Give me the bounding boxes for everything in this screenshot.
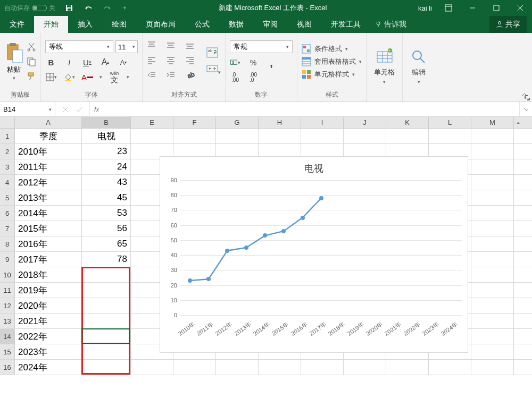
cell[interactable] xyxy=(429,360,471,375)
decrease-font-icon[interactable]: A▾ xyxy=(118,56,129,68)
user-name[interactable]: kai li xyxy=(418,4,432,12)
tab-page-layout[interactable]: 页面布局 xyxy=(136,16,185,33)
cell[interactable] xyxy=(259,360,301,375)
number-format-dropdown[interactable]: 常规▾ xyxy=(230,40,293,53)
cell[interactable] xyxy=(471,190,514,205)
cell[interactable]: 53 xyxy=(82,206,131,221)
increase-indent-icon[interactable] xyxy=(166,70,180,83)
underline-button[interactable]: U ▾ xyxy=(81,56,93,68)
cell[interactable] xyxy=(82,360,131,375)
column-header-J[interactable]: J xyxy=(344,117,386,128)
cell[interactable] xyxy=(429,129,471,143)
row-header[interactable]: 9 xyxy=(0,252,15,267)
cell[interactable] xyxy=(471,283,514,298)
cell[interactable] xyxy=(301,360,344,375)
cell[interactable]: 23 xyxy=(82,144,131,159)
percent-icon[interactable]: % xyxy=(248,57,259,68)
row-header[interactable]: 10 xyxy=(0,267,15,282)
cell[interactable] xyxy=(344,360,386,375)
tab-developer[interactable]: 开发工具 xyxy=(321,16,370,33)
row-header[interactable]: 15 xyxy=(0,344,15,359)
cell[interactable] xyxy=(82,267,131,282)
cell[interactable] xyxy=(471,314,514,328)
autosave-toggle[interactable]: 自动保存 关 xyxy=(4,4,55,13)
format-painter-icon[interactable] xyxy=(27,72,36,81)
maximize-icon[interactable] xyxy=(484,0,508,16)
cell[interactable] xyxy=(259,129,301,143)
cell[interactable] xyxy=(216,129,259,143)
cell[interactable]: 45 xyxy=(82,190,131,205)
cell[interactable]: 2014年 xyxy=(15,206,82,221)
tab-draw[interactable]: 绘图 xyxy=(102,16,136,33)
editing-button[interactable]: 编辑 ▾ xyxy=(407,48,430,84)
cell[interactable] xyxy=(471,360,514,375)
align-center-icon[interactable] xyxy=(166,55,180,68)
column-header-L[interactable]: L xyxy=(429,117,471,128)
font-name-dropdown[interactable]: 等线▾ xyxy=(45,40,113,53)
cell[interactable] xyxy=(471,221,514,236)
row-header[interactable]: 11 xyxy=(0,283,15,298)
column-header-B[interactable]: B xyxy=(82,117,131,128)
align-left-icon[interactable] xyxy=(147,55,161,68)
cell[interactable]: 2015年 xyxy=(15,221,82,236)
cell[interactable]: 2013年 xyxy=(15,190,82,205)
cell[interactable] xyxy=(82,298,131,313)
cell[interactable] xyxy=(471,236,514,251)
fill-color-icon[interactable]: ▾ xyxy=(63,71,75,83)
cell[interactable]: 2021年 xyxy=(15,314,82,328)
phonetic-icon[interactable]: wén文 xyxy=(109,71,120,83)
cell[interactable]: 2024年 xyxy=(15,360,82,375)
cell[interactable] xyxy=(82,329,131,344)
cell[interactable] xyxy=(471,159,514,174)
cell[interactable] xyxy=(471,344,514,359)
fx-icon[interactable]: fx xyxy=(90,102,103,116)
align-middle-icon[interactable] xyxy=(166,40,180,53)
tell-me-search[interactable]: 告诉我 xyxy=(375,16,406,33)
row-header[interactable]: 12 xyxy=(0,298,15,313)
cell[interactable] xyxy=(82,283,131,298)
row-header[interactable]: 3 xyxy=(0,159,15,174)
cell[interactable]: 2018年 xyxy=(15,267,82,282)
cell[interactable]: 电视 xyxy=(82,129,131,143)
cell[interactable] xyxy=(344,129,386,143)
align-right-icon[interactable] xyxy=(185,55,199,68)
tab-review[interactable]: 审阅 xyxy=(253,16,287,33)
accounting-format-icon[interactable]: $▾ xyxy=(230,57,240,68)
row-header[interactable]: 7 xyxy=(0,221,15,236)
align-top-icon[interactable] xyxy=(147,40,161,53)
increase-font-icon[interactable]: A▴ xyxy=(99,56,111,68)
cell[interactable] xyxy=(82,344,131,359)
cell[interactable] xyxy=(471,252,514,267)
redo-icon[interactable] xyxy=(103,4,112,12)
enter-formula-icon[interactable] xyxy=(76,106,83,113)
format-as-table-button[interactable]: 套用表格格式▾ xyxy=(302,57,362,66)
cell[interactable]: 2012年 xyxy=(15,175,82,190)
ribbon-display-icon[interactable] xyxy=(436,0,460,16)
column-header-G[interactable]: G xyxy=(216,117,259,128)
column-header-A[interactable]: A xyxy=(15,117,82,128)
row-header[interactable]: 8 xyxy=(0,236,15,251)
cell[interactable] xyxy=(471,329,514,344)
scroll-up-icon[interactable] xyxy=(516,120,521,125)
italic-button[interactable]: I xyxy=(63,56,75,68)
comma-icon[interactable]: , xyxy=(266,57,277,68)
decrease-indent-icon[interactable] xyxy=(147,70,161,83)
cell[interactable] xyxy=(131,129,173,143)
tab-home[interactable]: 开始 xyxy=(34,16,68,33)
select-all-corner[interactable] xyxy=(0,117,15,128)
cell[interactable] xyxy=(82,314,131,328)
cell[interactable]: 2023年 xyxy=(15,344,82,359)
row-header[interactable]: 5 xyxy=(0,190,15,205)
row-header[interactable]: 4 xyxy=(0,175,15,190)
decrease-decimal-icon[interactable]: .00.0 xyxy=(248,72,259,83)
cell[interactable]: 2019年 xyxy=(15,283,82,298)
cells-button[interactable]: + 单元格 ▾ xyxy=(371,48,398,84)
cell[interactable] xyxy=(173,360,216,375)
cell[interactable]: 2016年 xyxy=(15,236,82,251)
column-header-K[interactable]: K xyxy=(386,117,429,128)
cell[interactable] xyxy=(131,360,173,375)
cell-styles-button[interactable]: 单元格样式▾ xyxy=(302,70,362,79)
expand-formula-bar-icon[interactable] xyxy=(519,102,532,116)
cell[interactable]: 2010年 xyxy=(15,144,82,159)
qat-more-icon[interactable]: ▼ xyxy=(122,5,127,11)
